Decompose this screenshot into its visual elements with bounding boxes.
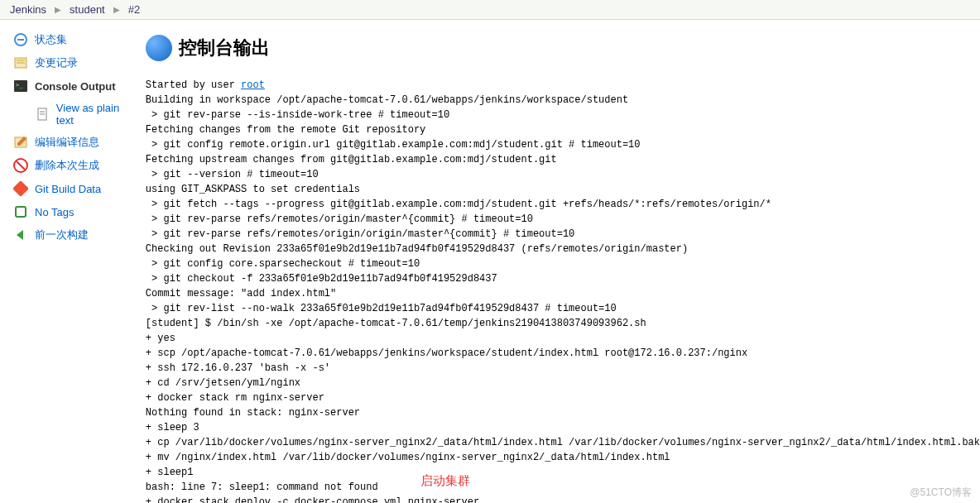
sidebar-item-label: Git Build Data [35,183,101,195]
console-lines: Building in workspace /opt/apache-tomcat… [146,94,980,503]
breadcrumb-build[interactable]: #2 [128,3,140,16]
console-started-prefix: Started by user [146,79,241,91]
console-output: Started by user root Building in workspa… [146,78,980,503]
sidebar-item-label: 编辑编译信息 [35,135,99,150]
sidebar-item-label: Console Output [35,80,116,93]
page-header: 控制台输出 [146,35,980,61]
sidebar-item-label: 状态集 [35,32,67,47]
document-icon [35,107,50,122]
changes-icon [13,55,28,70]
sidebar-item-prev[interactable]: 前一次构建 [7,223,146,247]
svg-rect-14 [16,207,26,217]
console-user-link[interactable]: root [241,79,265,91]
git-icon [13,181,28,196]
chevron-right-icon: ▶ [113,5,120,14]
sidebar-item-console[interactable]: >_ Console Output [7,74,146,98]
breadcrumb-jenkins[interactable]: Jenkins [10,3,46,16]
sidebar-item-label: No Tags [35,206,74,218]
sidebar-item-label: 删除本次生成 [35,158,99,173]
svg-text:>_: >_ [16,82,23,89]
sidebar: 状态集 变更记录 >_ Console Output View as plain… [0,20,146,503]
delete-icon [13,158,28,173]
sidebar-item-tags[interactable]: No Tags [7,200,146,223]
sidebar-item-changes[interactable]: 变更记录 [7,51,146,74]
sidebar-item-git[interactable]: Git Build Data [7,177,146,200]
edit-icon [13,135,28,150]
ball-icon [146,35,172,61]
page-title: 控制台输出 [179,36,270,60]
sidebar-item-plaintext[interactable]: View as plain text [7,98,146,131]
sidebar-item-label: View as plain text [56,102,139,127]
svg-line-12 [17,161,25,170]
tag-icon [13,204,28,219]
prev-icon [13,228,28,242]
sidebar-item-status[interactable]: 状态集 [7,28,146,51]
sidebar-item-label: 前一次构建 [35,228,89,242]
sidebar-item-label: 变更记录 [35,55,78,70]
svg-rect-13 [13,181,28,196]
console-icon: >_ [13,79,28,93]
sidebar-item-edit[interactable]: 编辑编译信息 [7,131,146,154]
breadcrumb-project[interactable]: student [70,3,105,16]
main-content: 控制台输出 Started by user root Building in w… [146,20,980,503]
sidebar-item-delete[interactable]: 删除本次生成 [7,154,146,177]
chevron-right-icon: ▶ [55,5,61,14]
watermark: @51CTO博客 [910,486,972,500]
status-icon [13,32,28,47]
breadcrumb: Jenkins ▶ student ▶ #2 [0,0,980,20]
annotation-text: 启动集群 [420,473,470,489]
